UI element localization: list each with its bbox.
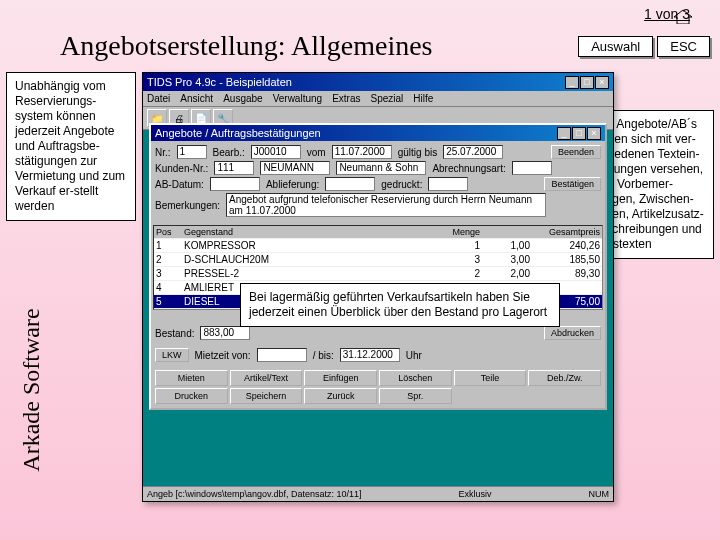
mietzeit-field[interactable] <box>257 348 307 362</box>
gedruckt-field[interactable] <box>428 177 468 191</box>
col-pos: Pos <box>154 226 182 238</box>
maximize-button[interactable]: □ <box>580 76 594 89</box>
uhr-label: Uhr <box>406 350 422 361</box>
ab-label: AB-Datum: <box>155 179 204 190</box>
drucken-button[interactable]: Drucken <box>155 388 228 404</box>
abdrucken-button[interactable]: Abdrucken <box>544 326 601 340</box>
abrech-label: Abrechnungsart: <box>432 163 505 174</box>
callout-bottom: Bei lagermäßig geführten Verkaufsartikel… <box>240 283 560 327</box>
status-num: NUM <box>588 489 609 499</box>
close-button[interactable]: × <box>595 76 609 89</box>
gedruckt-label: gedruckt: <box>381 179 422 190</box>
col-preis: Gesamtpreis <box>532 226 602 238</box>
action-buttons: Mieten Artikel/Text Einfügen Löschen Tei… <box>151 366 605 408</box>
menubar: Datei Ansicht Ausgabe Verwaltung Extras … <box>143 91 613 107</box>
bestand-field[interactable]: 883,00 <box>200 326 250 340</box>
mietzeit-label: Mietzeit von: <box>195 350 251 361</box>
bemerkungen-field[interactable]: Angebot aufgrund telefonischer Reservier… <box>226 193 546 217</box>
col-menge: Menge <box>432 226 482 238</box>
bis-field[interactable]: 31.12.2000 <box>340 348 400 362</box>
callout-left: Unabhängig vom Reservierungs-system könn… <box>6 72 136 221</box>
bearb-field[interactable]: J00010 <box>251 145 301 159</box>
mieten-button[interactable]: Mieten <box>155 370 228 386</box>
bestaetigen-button[interactable]: Bestätigen <box>544 177 601 191</box>
bearb-label: Bearb.: <box>213 147 245 158</box>
gueltig-label: gültig bis <box>398 147 437 158</box>
table-row[interactable]: 1KOMPRESSOR11,00240,26 <box>154 239 602 253</box>
sub-maximize-button[interactable]: □ <box>572 127 586 140</box>
beenden-button[interactable]: Beenden <box>551 145 601 159</box>
debzw-button[interactable]: Deb./Zw. <box>528 370 601 386</box>
ab-field[interactable] <box>210 177 260 191</box>
einfuegen-button[interactable]: Einfügen <box>304 370 377 386</box>
table-row[interactable]: 3PRESSEL-222,0089,30 <box>154 267 602 281</box>
subwindow-title: Angebote / Auftragsbestätigungen <box>155 127 321 139</box>
gueltig-field[interactable]: 25.07.2000 <box>443 145 503 159</box>
menu-ausgabe[interactable]: Ausgabe <box>223 93 262 104</box>
auswahl-button[interactable]: Auswahl <box>578 36 653 57</box>
svg-marker-0 <box>674 10 692 24</box>
vom-field[interactable]: 11.07.2000 <box>332 145 392 159</box>
grid-header: Pos Gegenstand Menge Gesamtpreis <box>154 226 602 239</box>
page-title: Angebotserstellung: Allgemeines <box>60 30 433 62</box>
status-mode: Exklusiv <box>458 489 491 499</box>
ablief-label: Ablieferung: <box>266 179 319 190</box>
nr-field[interactable]: 1 <box>177 145 207 159</box>
speichern-button[interactable]: Speichern <box>230 388 303 404</box>
app-title: TIDS Pro 4.9c - Beispieldaten <box>147 76 292 88</box>
col-gegenstand: Gegenstand <box>182 226 432 238</box>
table-row[interactable]: 2D-SCHLAUCH20M33,00185,50 <box>154 253 602 267</box>
lkw-button[interactable]: LKW <box>155 348 189 362</box>
menu-extras[interactable]: Extras <box>332 93 360 104</box>
statusbar: Angeb [c:\windows\temp\angov.dbf, Datens… <box>143 486 613 501</box>
kunden-label: Kunden-Nr.: <box>155 163 208 174</box>
app-titlebar: TIDS Pro 4.9c - Beispieldaten _ □ × <box>143 73 613 91</box>
subwindow-titlebar: Angebote / Auftragsbestätigungen _ □ × <box>151 125 605 141</box>
bis-label: / bis: <box>313 350 334 361</box>
artikel-button[interactable]: Artikel/Text <box>230 370 303 386</box>
spr-button[interactable]: Spr. <box>379 388 452 404</box>
bestand-label: Bestand: <box>155 328 194 339</box>
bemerkungen-label: Bemerkungen: <box>155 200 220 211</box>
nr-label: Nr.: <box>155 147 171 158</box>
ablief-field[interactable] <box>325 177 375 191</box>
zurueck-button[interactable]: Zurück <box>304 388 377 404</box>
minimize-button[interactable]: _ <box>565 76 579 89</box>
col-blank <box>482 226 532 238</box>
vom-label: vom <box>307 147 326 158</box>
loeschen-button[interactable]: Löschen <box>379 370 452 386</box>
name-field[interactable]: NEUMANN <box>260 161 330 175</box>
name2-field[interactable]: Neumann & Sohn <box>336 161 426 175</box>
status-path: Angeb [c:\windows\temp\angov.dbf, Datens… <box>147 489 361 499</box>
home-icon[interactable] <box>674 10 692 24</box>
subwindow: Angebote / Auftragsbestätigungen _ □ × N… <box>149 123 607 410</box>
sub-close-button[interactable]: × <box>587 127 601 140</box>
abrech-field[interactable] <box>512 161 552 175</box>
brand-vertical: Arkade Software <box>18 280 45 500</box>
menu-spezial[interactable]: Spezial <box>370 93 403 104</box>
menu-ansicht[interactable]: Ansicht <box>180 93 213 104</box>
teile-button[interactable]: Teile <box>454 370 527 386</box>
menu-verwaltung[interactable]: Verwaltung <box>273 93 322 104</box>
kunden-field[interactable]: 111 <box>214 161 254 175</box>
menu-hilfe[interactable]: Hilfe <box>413 93 433 104</box>
sub-minimize-button[interactable]: _ <box>557 127 571 140</box>
menu-datei[interactable]: Datei <box>147 93 170 104</box>
esc-button[interactable]: ESC <box>657 36 710 57</box>
